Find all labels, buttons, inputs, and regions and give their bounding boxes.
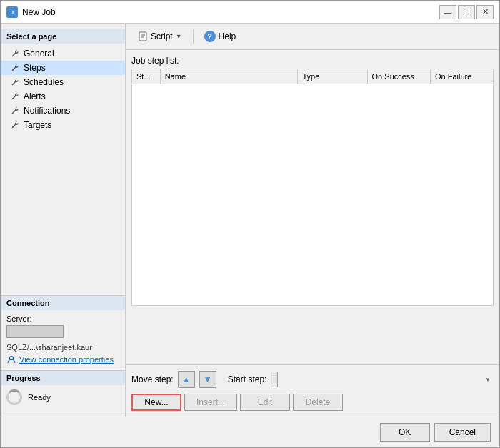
sidebar-label-alerts: Alerts	[24, 91, 46, 101]
wrench-icon-schedules	[9, 77, 19, 87]
col-header-st: St...	[132, 69, 161, 84]
wrench-icon-alerts	[9, 91, 19, 101]
move-step-label: Move step:	[131, 374, 174, 384]
col-header-on-failure: On Failure	[430, 69, 493, 84]
sidebar-item-alerts[interactable]: Alerts	[1, 89, 125, 104]
col-header-type: Type	[298, 69, 367, 84]
move-up-button[interactable]: ▲	[178, 371, 195, 388]
start-section: Start step:	[228, 372, 494, 387]
step-table: St... Name Type On Success On Failure	[131, 69, 494, 306]
ok-button[interactable]: OK	[380, 423, 430, 442]
sidebar-item-notifications[interactable]: Notifications	[1, 104, 125, 118]
minimize-button[interactable]: —	[439, 5, 456, 19]
toolbar: Script ▼ ? Help	[126, 24, 499, 50]
sidebar-label-targets: Targets	[24, 120, 51, 130]
progress-status: Ready	[28, 393, 51, 402]
server-label-row: Server:	[6, 314, 119, 323]
help-button[interactable]: ? Help	[198, 28, 243, 45]
maximize-button[interactable]: ☐	[458, 5, 475, 19]
title-bar-left: J New Job	[6, 6, 56, 18]
new-button[interactable]: New...	[131, 394, 181, 411]
help-icon: ?	[204, 31, 216, 42]
start-step-dropdown-wrapper	[271, 372, 494, 387]
insert-button[interactable]: Insert...	[184, 394, 237, 411]
left-panel: Select a page General Steps	[1, 24, 126, 417]
up-arrow-icon: ▲	[182, 374, 191, 384]
script-button[interactable]: Script ▼	[131, 29, 189, 44]
wrench-icon-targets	[9, 120, 19, 130]
connection-user: SQLZ/...\sharanjeet.kaur	[6, 343, 119, 352]
start-step-label: Start step:	[228, 374, 267, 384]
step-table-body	[132, 84, 494, 306]
dialog-footer: OK Cancel	[1, 417, 499, 447]
wrench-icon-steps	[9, 63, 19, 73]
move-section: Move step: ▲ ▼	[131, 371, 216, 388]
view-connection-link[interactable]: View connection properties	[6, 354, 119, 364]
start-step-dropdown[interactable]	[271, 372, 278, 387]
new-job-dialog: J New Job — ☐ ✕ Select a page General	[0, 0, 500, 448]
svg-rect-3	[139, 32, 146, 41]
move-start-row: Move step: ▲ ▼ Start step:	[131, 371, 494, 388]
server-value-box	[6, 325, 64, 338]
list-label: Job step list:	[131, 56, 494, 66]
progress-header: Progress	[1, 371, 125, 385]
svg-text:J: J	[11, 9, 14, 16]
move-down-button[interactable]: ▼	[199, 371, 216, 388]
toolbar-separator	[193, 29, 194, 44]
action-buttons: New... Insert... Edit Delete	[131, 394, 494, 411]
dialog-title: New Job	[22, 7, 56, 17]
progress-row: Ready	[6, 389, 119, 405]
sidebar-label-general: General	[24, 49, 54, 59]
help-label: Help	[219, 31, 236, 41]
server-label: Server:	[6, 314, 31, 323]
step-table-header: St... Name Type On Success On Failure	[132, 69, 494, 84]
wrench-icon-general	[9, 49, 19, 59]
down-arrow-icon: ▼	[204, 374, 212, 384]
title-controls: — ☐ ✕	[439, 5, 494, 19]
script-dropdown-arrow: ▼	[176, 33, 182, 40]
script-icon	[138, 31, 148, 41]
view-connection-label: View connection properties	[19, 355, 114, 364]
cancel-button[interactable]: Cancel	[434, 423, 491, 442]
delete-button[interactable]: Delete	[293, 394, 343, 411]
content-area: Job step list: St... Name Type On Succes…	[126, 50, 499, 364]
edit-button[interactable]: Edit	[240, 394, 290, 411]
sidebar-label-steps: Steps	[24, 63, 46, 73]
sidebar-item-steps[interactable]: Steps	[1, 61, 125, 75]
sidebar-label-schedules: Schedules	[24, 77, 64, 87]
close-button[interactable]: ✕	[476, 5, 494, 19]
sidebar-label-notifications: Notifications	[24, 106, 70, 116]
sidebar-item-targets[interactable]: Targets	[1, 118, 125, 132]
select-page-header: Select a page	[1, 29, 125, 44]
sidebar-item-schedules[interactable]: Schedules	[1, 75, 125, 89]
title-bar: J New Job — ☐ ✕	[1, 1, 499, 24]
connection-header: Connection	[1, 296, 125, 310]
wrench-icon-notifications	[9, 106, 19, 116]
dialog-icon: J	[6, 6, 18, 18]
connection-section: Connection Server: SQLZ/...\sharanjeet.k…	[1, 295, 125, 370]
col-header-name: Name	[160, 69, 298, 84]
progress-spinner	[6, 389, 22, 405]
col-header-on-success: On Success	[367, 69, 430, 84]
bottom-area: Move step: ▲ ▼ Start step:	[126, 364, 499, 417]
main-content: Select a page General Steps	[1, 24, 499, 417]
sidebar-item-general[interactable]: General	[1, 46, 125, 61]
right-panel: Script ▼ ? Help Job step list: St... Nam	[126, 24, 499, 417]
script-label: Script	[151, 31, 173, 41]
connection-icon	[6, 354, 16, 364]
progress-section: Progress Ready	[1, 370, 125, 411]
